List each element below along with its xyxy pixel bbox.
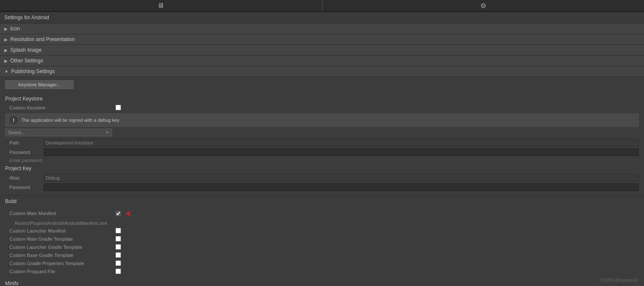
custom-gradle-props-label: Custom Gradle Properties Template — [9, 261, 112, 266]
build-section: Build Custom Main Manifest ➤ Assets\Plug… — [0, 196, 644, 278]
custom-launcher-manifest-row: Custom Launcher Manifest — [5, 227, 639, 235]
custom-keystore-checkbox[interactable] — [115, 105, 121, 110]
custom-main-gradle-label: Custom Main Gradle Template — [9, 236, 112, 242]
tab-monitor[interactable]: 🖥 — [0, 0, 322, 11]
password-input[interactable] — [44, 148, 639, 156]
arrow-icon-resolution: ▶ — [4, 37, 8, 42]
settings-for-android-title: Settings for Android — [0, 12, 644, 24]
custom-main-manifest-label: Custom Main Manifest — [9, 211, 112, 216]
project-key-title: Project Key — [5, 165, 639, 171]
custom-main-gradle-row: Custom Main Gradle Template — [5, 235, 639, 243]
custom-launcher-manifest-label: Custom Launcher Manifest — [9, 228, 112, 233]
path-label: Path — [9, 140, 44, 145]
custom-proguard-label: Custom Proguard File — [9, 269, 112, 274]
arrow-icon-icon: ▶ — [4, 27, 8, 31]
keystore-select-row: Select... ▼ — [5, 129, 639, 136]
section-header-splash[interactable]: ▶ Splash Image — [0, 45, 644, 56]
custom-main-gradle-checkbox[interactable] — [115, 236, 121, 242]
debug-key-warning: ! The application will be signed with a … — [5, 113, 639, 127]
section-label-resolution: Resolution and Presentation — [10, 36, 75, 42]
custom-launcher-gradle-label: Custom Launcher Gradle Template — [9, 245, 112, 250]
path-row: Path — [5, 138, 639, 147]
project-keystore-title: Project Keystore — [5, 96, 639, 102]
keystore-select[interactable]: Select... ▼ — [5, 129, 112, 136]
alias-label: Alias — [9, 175, 44, 180]
section-label-publishing: Publishing Settings — [11, 68, 55, 74]
custom-launcher-gradle-checkbox[interactable] — [115, 244, 121, 250]
chevron-down-icon: ▼ — [105, 130, 109, 135]
custom-proguard-row: Custom Proguard File — [5, 267, 639, 275]
path-input[interactable] — [44, 139, 639, 147]
alias-input[interactable] — [44, 174, 639, 182]
build-title: Build — [5, 198, 639, 204]
custom-keystore-label: Custom Keystore — [9, 105, 112, 110]
section-header-icon[interactable]: ▶ Icon — [0, 24, 644, 34]
custom-gradle-props-checkbox[interactable] — [115, 260, 121, 266]
tab-android[interactable]: ⚙ — [322, 0, 644, 11]
top-tabs-bar: 🖥 ⚙ — [0, 0, 644, 12]
watermark: CSDN @ssuper41 — [600, 277, 639, 283]
section-header-other[interactable]: ▶ Other Settings — [0, 56, 644, 66]
section-label-icon: Icon — [10, 26, 20, 32]
select-placeholder: Select... — [8, 130, 25, 135]
alias-row: Alias — [5, 173, 639, 183]
key-password-row: Password — [5, 183, 639, 192]
warning-text: The application will be signed with a de… — [21, 118, 119, 123]
password-row: Password — [5, 147, 639, 157]
custom-base-gradle-checkbox[interactable] — [115, 252, 121, 258]
custom-launcher-manifest-checkbox[interactable] — [115, 228, 121, 233]
custom-gradle-props-row: Custom Gradle Properties Template — [5, 259, 639, 267]
custom-base-gradle-label: Custom Base Gradle Template — [9, 253, 112, 258]
publishing-content: Keystore Manager... Project Keystore Cus… — [0, 77, 644, 196]
custom-proguard-checkbox[interactable] — [115, 268, 121, 274]
red-arrow-icon: ➤ — [124, 208, 132, 218]
key-password-input[interactable] — [44, 183, 639, 191]
key-password-label: Password — [9, 185, 44, 190]
section-header-resolution[interactable]: ▶ Resolution and Presentation — [0, 34, 644, 45]
section-header-publishing[interactable]: ▼ Publishing Settings — [0, 66, 644, 77]
arrow-icon-other: ▶ — [4, 59, 8, 63]
password-label: Password — [9, 150, 44, 155]
minify-section: Minify Use R8 — [0, 278, 644, 286]
custom-keystore-row: Custom Keystore — [5, 103, 639, 112]
android-icon: ⚙ — [480, 2, 486, 10]
custom-main-manifest-path: Assets\Plugins\Android\AndroidManifest.x… — [5, 220, 639, 227]
custom-main-manifest-row: Custom Main Manifest ➤ — [5, 207, 639, 220]
custom-launcher-gradle-row: Custom Launcher Gradle Template — [5, 243, 639, 251]
arrow-icon-splash: ▶ — [4, 48, 8, 53]
minify-title: Minify — [5, 280, 639, 286]
monitor-icon: 🖥 — [157, 2, 164, 9]
arrow-icon-publishing: ▼ — [4, 69, 9, 74]
enter-password-hint: Enter password. — [5, 158, 639, 163]
section-label-other: Other Settings — [10, 58, 43, 64]
section-label-splash: Splash Image — [10, 47, 41, 53]
keystore-manager-button[interactable]: Keystore Manager... — [5, 80, 74, 89]
main-content: ▶ Icon ▶ Resolution and Presentation ▶ S… — [0, 24, 644, 286]
warning-icon: ! — [9, 116, 18, 124]
custom-main-manifest-checkbox[interactable] — [115, 211, 121, 216]
red-arrow-annotation: ➤ — [124, 208, 132, 218]
custom-base-gradle-row: Custom Base Gradle Template — [5, 251, 639, 259]
